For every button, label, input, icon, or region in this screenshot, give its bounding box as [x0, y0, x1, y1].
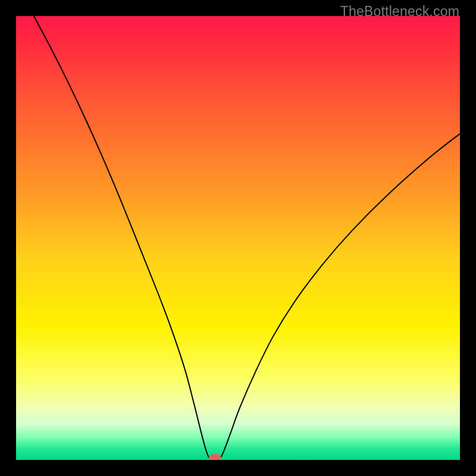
outer-frame: TheBottleneck.com: [0, 0, 476, 476]
chart-svg: [16, 16, 460, 460]
chart-plot-area: [16, 16, 460, 460]
chart-background: [16, 16, 460, 460]
